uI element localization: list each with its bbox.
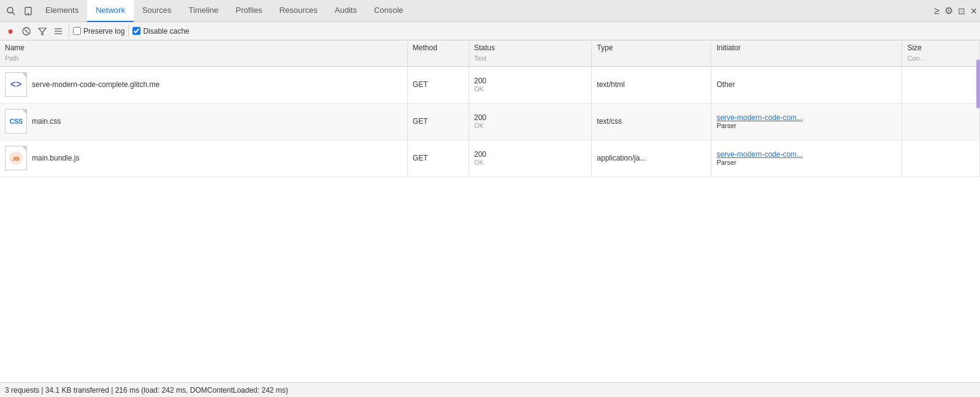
column-header-status[interactable]: Status Text (469, 40, 591, 66)
close-icon[interactable]: ✕ (970, 6, 978, 16)
svg-marker-6 (39, 28, 46, 35)
status-bar: 3 requests | 34.1 KB transferred | 216 m… (0, 382, 980, 397)
table-header-row: Name Path Method Status Text Type Initia… (0, 40, 980, 66)
tab-timeline[interactable]: Timeline (180, 0, 228, 22)
tab-network[interactable]: Network (87, 0, 134, 22)
top-nav: Elements Network Sources Timeline Profil… (0, 0, 980, 22)
svg-line-1 (12, 12, 15, 15)
preserve-log-label[interactable]: Preserve log (73, 27, 124, 36)
file-name-cell[interactable]: <>serve-modern-code-complete.glitch.me (0, 66, 407, 103)
initiator-link[interactable]: serve-modern-code-com... (716, 150, 803, 159)
disable-cache-label[interactable]: Disable cache (132, 27, 189, 36)
status-cell: 200OK (469, 103, 591, 140)
size-cell (902, 103, 980, 140)
status-cell: 200OK (469, 140, 591, 176)
column-header-type[interactable]: Type (592, 40, 711, 66)
tab-resources[interactable]: Resources (271, 0, 326, 22)
column-header-name[interactable]: Name Path (0, 40, 407, 66)
size-cell (902, 66, 980, 103)
svg-line-5 (25, 29, 28, 33)
file-name-cell[interactable]: JSmain.bundle.js (0, 140, 407, 176)
toolbar-separator-1 (69, 25, 69, 37)
preserve-log-checkbox[interactable] (73, 27, 81, 35)
network-table-container: Name Path Method Status Text Type Initia… (0, 40, 980, 382)
method-cell: GET (407, 103, 469, 140)
svg-point-0 (7, 7, 13, 13)
type-cell: text/css (592, 103, 711, 140)
device-icon[interactable] (20, 2, 37, 20)
svg-text:JS: JS (12, 156, 19, 162)
table-row[interactable]: JSmain.bundle.jsGET200OKapplication/ja..… (0, 140, 980, 176)
initiator-cell: serve-modern-code-com...Parser (711, 103, 902, 140)
type-cell: text/html (592, 66, 711, 103)
network-table: Name Path Method Status Text Type Initia… (0, 40, 980, 177)
execute-icon[interactable]: ≥ (934, 6, 940, 17)
tab-profiles[interactable]: Profiles (227, 0, 270, 22)
tab-sources[interactable]: Sources (134, 0, 180, 22)
top-nav-right-icons: ≥ ⚙ ⊡ ✕ (934, 5, 978, 17)
scroll-indicator[interactable] (976, 59, 980, 108)
tab-audits[interactable]: Audits (326, 0, 366, 22)
type-cell: application/ja... (592, 140, 711, 176)
column-header-initiator[interactable]: Initiator (711, 40, 902, 66)
list-view-icon[interactable] (52, 25, 65, 38)
column-header-size[interactable]: Size Con... (902, 40, 980, 66)
column-header-method[interactable]: Method (407, 40, 469, 66)
gear-icon[interactable]: ⚙ (944, 5, 953, 17)
toolbar: ● Preserve log Disable cache (0, 22, 980, 40)
status-bar-text: 3 requests | 34.1 KB transferred | 216 m… (5, 386, 288, 395)
initiator-cell: serve-modern-code-com...Parser (711, 140, 902, 176)
tab-elements[interactable]: Elements (37, 0, 87, 22)
search-icon[interactable] (2, 2, 20, 20)
initiator-cell: Other (711, 66, 902, 103)
clear-button[interactable] (20, 25, 33, 38)
status-cell: 200OK (469, 66, 591, 103)
table-row[interactable]: <>serve-modern-code-complete.glitch.meGE… (0, 66, 980, 103)
size-cell (902, 140, 980, 176)
disable-cache-checkbox[interactable] (132, 27, 140, 35)
filter-icon[interactable] (36, 25, 49, 38)
record-button[interactable]: ● (4, 25, 17, 38)
window-icon[interactable]: ⊡ (958, 6, 965, 16)
method-cell: GET (407, 66, 469, 103)
table-row[interactable]: CSSmain.cssGET200OKtext/cssserve-modern-… (0, 103, 980, 140)
tab-console[interactable]: Console (366, 0, 412, 22)
initiator-link[interactable]: serve-modern-code-com... (716, 113, 803, 122)
toolbar-separator-2 (128, 25, 129, 37)
method-cell: GET (407, 140, 469, 176)
file-name-cell[interactable]: CSSmain.css (0, 103, 407, 140)
